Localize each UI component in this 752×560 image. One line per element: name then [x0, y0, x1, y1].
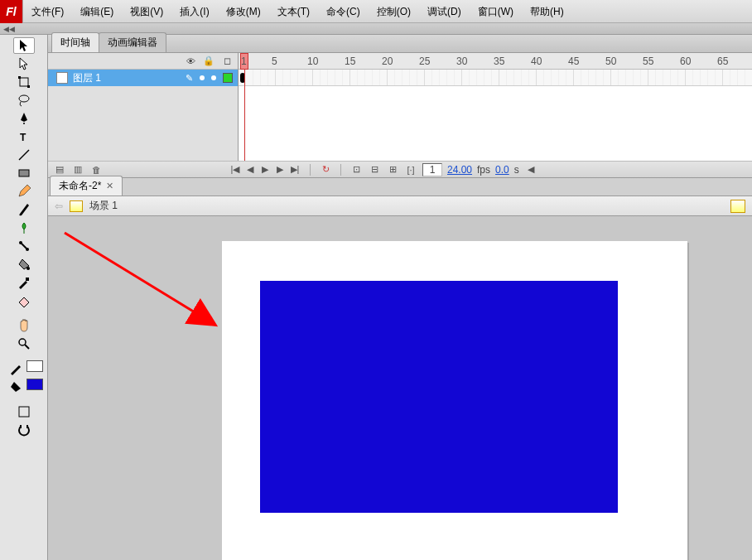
frame-ruler[interactable]: 1 5 10 15 20 25 30 35 40 45 50 55 60 65	[239, 53, 752, 70]
stage-canvas[interactable]	[222, 241, 687, 560]
brush-tool[interactable]	[13, 201, 35, 218]
svg-point-13	[19, 339, 26, 345]
timeline-statusbar: ▤ ▥ 🗑 |◀ ◀ ▶ ▶ ▶| ↻ ⊡ ⊟ ⊞ [·]	[48, 161, 752, 177]
menu-debug[interactable]: 调试(D)	[419, 0, 470, 23]
eraser-tool[interactable]	[13, 292, 35, 309]
svg-point-11	[27, 267, 30, 270]
scene-icon	[70, 200, 83, 212]
ruler-tick: 10	[307, 56, 318, 67]
layer-outline-swatch[interactable]	[223, 73, 233, 83]
pen-tool[interactable]	[13, 110, 35, 127]
delete-layer-icon[interactable]: 🗑	[89, 164, 103, 176]
current-frame-field[interactable]: 1	[422, 163, 442, 176]
menu-help[interactable]: 帮助(H)	[522, 0, 572, 23]
fps-value[interactable]: 24.00	[447, 164, 472, 176]
line-tool[interactable]	[13, 147, 35, 163]
svg-rect-0	[20, 78, 28, 86]
play-icon[interactable]: ▶	[258, 164, 272, 176]
svg-rect-15	[19, 407, 29, 417]
menu-control[interactable]: 控制(O)	[369, 0, 419, 23]
document-tab[interactable]: 未命名-2* ✕	[50, 176, 123, 196]
timeline-panel: 时间轴 动画编辑器 👁 🔒 ◻ 图层 1 ✎	[48, 35, 752, 178]
eye-icon[interactable]: 👁	[185, 56, 196, 66]
svg-rect-12	[26, 278, 29, 281]
ruler-tick: 60	[680, 56, 691, 67]
new-layer-icon[interactable]: ▤	[53, 164, 66, 176]
menubar: Fl 文件(F) 编辑(E) 视图(V) 插入(I) 修改(M) 文本(T) 命…	[0, 0, 752, 23]
menu-commands[interactable]: 命令(C)	[318, 0, 369, 23]
pencil-tool[interactable]	[13, 183, 35, 200]
menu-text[interactable]: 文本(T)	[269, 0, 318, 23]
svg-point-3	[19, 95, 29, 102]
svg-text:T: T	[20, 132, 27, 143]
layer-visible-dot[interactable]	[200, 75, 205, 80]
menu-view[interactable]: 视图(V)	[122, 0, 171, 23]
lock-icon[interactable]: 🔒	[203, 56, 215, 66]
paint-bucket-tool[interactable]	[13, 256, 35, 273]
collapse-arrows-icon: ◀◀	[3, 25, 15, 33]
onion-skin-icon[interactable]: ⊡	[349, 164, 363, 176]
zoom-tool[interactable]	[13, 336, 35, 352]
fps-label: fps	[477, 164, 490, 176]
edit-scene-icon[interactable]	[730, 200, 745, 213]
tool-option-1[interactable]	[13, 403, 35, 420]
svg-rect-2	[27, 85, 30, 88]
tool-option-snap[interactable]	[13, 422, 35, 438]
pencil-icon: ✎	[186, 73, 193, 84]
outline-icon[interactable]: ◻	[221, 56, 233, 66]
ruler-tick: 15	[345, 56, 355, 67]
stage[interactable]	[48, 216, 752, 560]
prev-frame-icon[interactable]: ◀	[243, 164, 257, 176]
back-icon[interactable]: ⇦	[55, 200, 63, 212]
stroke-color-swatch[interactable]	[27, 360, 43, 372]
new-folder-icon[interactable]: ▥	[71, 164, 84, 176]
time-value[interactable]: 0.0	[495, 164, 509, 176]
layer-lock-dot[interactable]	[211, 75, 216, 80]
tab-motion-editor[interactable]: 动画编辑器	[99, 32, 166, 52]
hand-tool[interactable]	[13, 317, 35, 334]
rectangle-tool[interactable]	[13, 165, 35, 181]
onion-markers-icon[interactable]: [·]	[404, 164, 417, 176]
svg-line-10	[22, 244, 27, 249]
ruler-tick: 25	[419, 56, 430, 67]
ruler-tick: 40	[531, 56, 542, 67]
lasso-tool[interactable]	[13, 92, 35, 109]
ruler-tick: 30	[456, 56, 467, 67]
menu-edit[interactable]: 编辑(E)	[72, 0, 122, 23]
frame-track[interactable]	[239, 70, 752, 86]
frames-column: 1 5 10 15 20 25 30 35 40 45 50 55 60 65	[239, 53, 752, 161]
selection-tool[interactable]	[13, 37, 35, 54]
menu-window[interactable]: 窗口(W)	[470, 0, 522, 23]
next-frame-icon[interactable]: ▶	[273, 164, 287, 176]
tab-timeline[interactable]: 时间轴	[51, 32, 99, 52]
menu-insert[interactable]: 插入(I)	[171, 0, 217, 23]
stroke-color-icon	[5, 360, 27, 377]
layer-column: 👁 🔒 ◻ 图层 1 ✎	[48, 53, 239, 161]
eyedropper-tool[interactable]	[13, 274, 35, 291]
ruler-tick: 55	[643, 56, 653, 67]
close-tab-icon[interactable]: ✕	[106, 181, 113, 191]
time-label: s	[514, 164, 519, 176]
onion-skin-outlines-icon[interactable]: ⊟	[368, 164, 381, 176]
scroll-left-icon[interactable]: ◀	[524, 164, 537, 176]
shape-rectangle[interactable]	[260, 281, 618, 513]
main-menu: 文件(F) 编辑(E) 视图(V) 插入(I) 修改(M) 文本(T) 命令(C…	[23, 0, 572, 23]
playhead-line	[244, 70, 245, 161]
document-tab-label: 未命名-2*	[59, 179, 101, 193]
deco-tool[interactable]	[13, 220, 35, 236]
subselection-tool[interactable]	[13, 56, 35, 72]
edit-multiple-frames-icon[interactable]: ⊞	[386, 164, 399, 176]
menu-modify[interactable]: 修改(M)	[218, 0, 269, 23]
edit-bar: ⇦ 场景 1	[48, 196, 752, 216]
free-transform-tool[interactable]	[13, 74, 35, 90]
loop-icon[interactable]: ↻	[319, 164, 332, 176]
first-frame-icon[interactable]: |◀	[229, 164, 242, 176]
text-tool[interactable]: T	[13, 128, 35, 145]
bone-tool[interactable]	[13, 238, 35, 254]
last-frame-icon[interactable]: ▶|	[288, 164, 301, 176]
menu-file[interactable]: 文件(F)	[23, 0, 72, 23]
layer-row[interactable]: 图层 1 ✎	[48, 70, 238, 86]
ruler-tick: 1	[241, 56, 247, 67]
svg-rect-7	[19, 170, 29, 176]
fill-color-swatch[interactable]	[27, 379, 43, 390]
